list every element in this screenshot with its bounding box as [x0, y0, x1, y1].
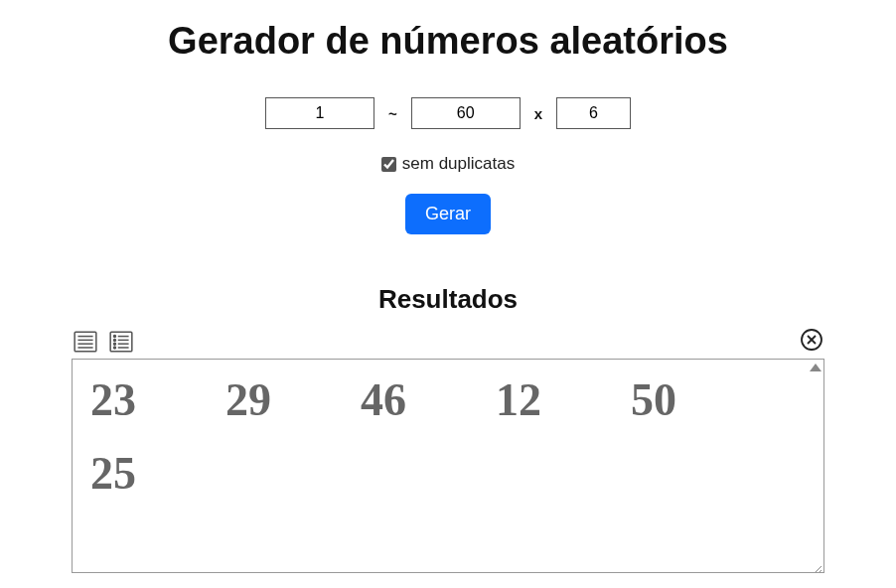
- resize-handle-icon[interactable]: [812, 560, 821, 570]
- generate-button[interactable]: Gerar: [405, 194, 491, 234]
- no-duplicates-checkbox[interactable]: [381, 157, 396, 172]
- count-separator: x: [530, 105, 546, 122]
- result-number: 50: [631, 377, 676, 423]
- result-number: 12: [496, 377, 541, 423]
- close-icon[interactable]: [799, 327, 824, 353]
- result-number: 46: [361, 377, 406, 423]
- scroll-up-icon[interactable]: [810, 364, 821, 371]
- svg-line-17: [814, 566, 821, 573]
- svg-rect-0: [75, 332, 96, 352]
- result-number: 25: [90, 451, 136, 497]
- view-text-icon[interactable]: [72, 329, 99, 355]
- svg-point-6: [114, 336, 116, 338]
- button-row: Gerar: [10, 194, 886, 234]
- view-list-icon[interactable]: [107, 329, 135, 355]
- app-container: Gerador de números aleatórios ~ x sem du…: [0, 0, 896, 573]
- results-box: 23 29 46 12 50 25: [72, 359, 824, 573]
- count-input[interactable]: [556, 97, 631, 129]
- no-duplicates-row: sem duplicatas: [10, 154, 886, 174]
- svg-point-8: [114, 339, 116, 341]
- svg-point-12: [114, 347, 116, 349]
- max-input[interactable]: [411, 97, 521, 129]
- svg-line-18: [818, 570, 821, 573]
- svg-point-10: [114, 343, 116, 345]
- page-title: Gerador de números aleatórios: [10, 20, 886, 63]
- range-controls: ~ x: [10, 97, 886, 129]
- range-separator: ~: [384, 105, 401, 122]
- numbers-grid: 23 29 46 12 50 25: [90, 377, 799, 497]
- results-toolbar: [10, 327, 886, 357]
- no-duplicates-label: sem duplicatas: [402, 154, 515, 174]
- result-number: 29: [225, 377, 271, 423]
- min-input[interactable]: [265, 97, 374, 129]
- result-number: 23: [90, 377, 136, 423]
- results-heading: Resultados: [10, 284, 886, 315]
